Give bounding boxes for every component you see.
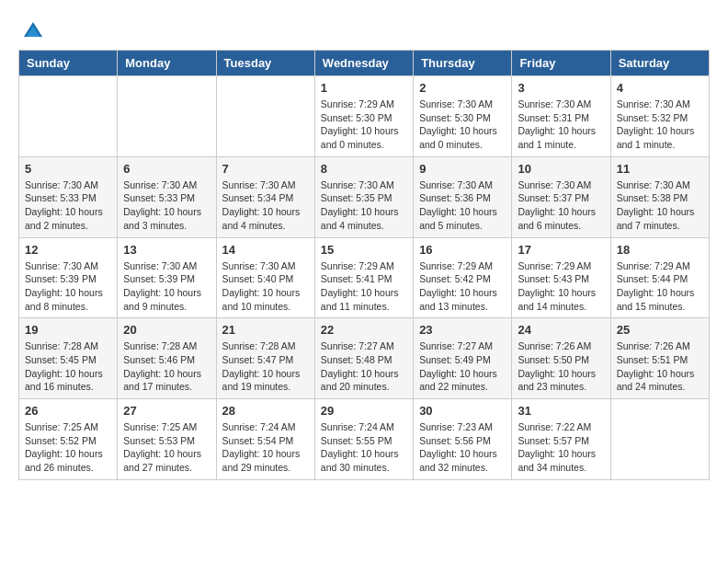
calendar-cell	[118, 76, 216, 157]
calendar-cell: 12Sunrise: 7:30 AM Sunset: 5:39 PM Dayli…	[19, 237, 118, 318]
day-info: Sunrise: 7:28 AM Sunset: 5:47 PM Dayligh…	[222, 339, 309, 394]
day-number: 24	[518, 323, 604, 337]
day-info: Sunrise: 7:30 AM Sunset: 5:38 PM Dayligh…	[617, 178, 703, 233]
day-number: 27	[123, 404, 210, 418]
day-info: Sunrise: 7:24 AM Sunset: 5:54 PM Dayligh…	[222, 420, 309, 475]
calendar-cell	[610, 399, 709, 480]
calendar-cell: 28Sunrise: 7:24 AM Sunset: 5:54 PM Dayli…	[216, 399, 314, 480]
day-number: 17	[518, 243, 604, 257]
day-number: 31	[518, 404, 604, 418]
calendar-cell: 9Sunrise: 7:30 AM Sunset: 5:36 PM Daylig…	[414, 156, 512, 237]
day-number: 1	[321, 81, 407, 95]
day-number: 4	[617, 81, 703, 95]
calendar-cell: 15Sunrise: 7:29 AM Sunset: 5:41 PM Dayli…	[314, 237, 413, 318]
day-number: 28	[222, 404, 309, 418]
calendar-cell: 5Sunrise: 7:30 AM Sunset: 5:33 PM Daylig…	[19, 156, 118, 237]
day-info: Sunrise: 7:26 AM Sunset: 5:51 PM Dayligh…	[617, 339, 703, 394]
day-number: 16	[419, 243, 506, 257]
calendar-cell: 18Sunrise: 7:29 AM Sunset: 5:44 PM Dayli…	[610, 237, 709, 318]
day-info: Sunrise: 7:30 AM Sunset: 5:33 PM Dayligh…	[123, 178, 210, 233]
calendar-cell: 19Sunrise: 7:28 AM Sunset: 5:45 PM Dayli…	[19, 318, 118, 399]
day-number: 21	[222, 323, 309, 337]
calendar-cell: 22Sunrise: 7:27 AM Sunset: 5:48 PM Dayli…	[314, 318, 413, 399]
calendar-row: 12Sunrise: 7:30 AM Sunset: 5:39 PM Dayli…	[19, 237, 710, 318]
day-info: Sunrise: 7:25 AM Sunset: 5:52 PM Dayligh…	[25, 420, 111, 475]
calendar-cell: 1Sunrise: 7:29 AM Sunset: 5:30 PM Daylig…	[314, 76, 413, 157]
day-info: Sunrise: 7:30 AM Sunset: 5:37 PM Dayligh…	[518, 178, 604, 233]
logo	[18, 18, 44, 40]
day-number: 25	[617, 323, 703, 337]
day-number: 10	[518, 162, 604, 176]
day-info: Sunrise: 7:30 AM Sunset: 5:39 PM Dayligh…	[123, 259, 210, 314]
weekday-header: Friday	[512, 51, 610, 76]
day-number: 30	[419, 404, 506, 418]
day-info: Sunrise: 7:22 AM Sunset: 5:57 PM Dayligh…	[518, 420, 604, 475]
day-info: Sunrise: 7:30 AM Sunset: 5:39 PM Dayligh…	[25, 259, 111, 314]
day-info: Sunrise: 7:26 AM Sunset: 5:50 PM Dayligh…	[518, 339, 604, 394]
day-info: Sunrise: 7:27 AM Sunset: 5:48 PM Dayligh…	[321, 339, 407, 394]
day-number: 19	[25, 323, 111, 337]
day-info: Sunrise: 7:30 AM Sunset: 5:36 PM Dayligh…	[419, 178, 506, 233]
day-number: 9	[419, 162, 506, 176]
logo-icon	[22, 18, 44, 40]
day-info: Sunrise: 7:30 AM Sunset: 5:31 PM Dayligh…	[518, 98, 604, 152]
day-number: 20	[123, 323, 210, 337]
calendar-cell: 29Sunrise: 7:24 AM Sunset: 5:55 PM Dayli…	[314, 399, 413, 480]
weekday-header: Monday	[118, 51, 216, 76]
day-info: Sunrise: 7:30 AM Sunset: 5:40 PM Dayligh…	[222, 259, 309, 314]
day-info: Sunrise: 7:29 AM Sunset: 5:43 PM Dayligh…	[518, 259, 604, 314]
day-info: Sunrise: 7:30 AM Sunset: 5:33 PM Dayligh…	[25, 178, 111, 233]
day-info: Sunrise: 7:23 AM Sunset: 5:56 PM Dayligh…	[419, 420, 506, 475]
day-info: Sunrise: 7:29 AM Sunset: 5:44 PM Dayligh…	[617, 259, 703, 314]
day-number: 15	[321, 243, 407, 257]
calendar-row: 5Sunrise: 7:30 AM Sunset: 5:33 PM Daylig…	[19, 156, 710, 237]
day-info: Sunrise: 7:30 AM Sunset: 5:35 PM Dayligh…	[321, 178, 407, 233]
calendar-cell: 31Sunrise: 7:22 AM Sunset: 5:57 PM Dayli…	[512, 399, 610, 480]
day-info: Sunrise: 7:30 AM Sunset: 5:32 PM Dayligh…	[617, 98, 703, 152]
calendar-cell	[216, 76, 314, 157]
calendar-cell: 10Sunrise: 7:30 AM Sunset: 5:37 PM Dayli…	[512, 156, 610, 237]
day-number: 2	[419, 81, 506, 95]
day-number: 8	[321, 162, 407, 176]
calendar-cell: 16Sunrise: 7:29 AM Sunset: 5:42 PM Dayli…	[414, 237, 512, 318]
weekday-header: Sunday	[19, 51, 118, 76]
weekday-header: Thursday	[414, 51, 512, 76]
day-info: Sunrise: 7:28 AM Sunset: 5:45 PM Dayligh…	[25, 339, 111, 394]
calendar-cell: 11Sunrise: 7:30 AM Sunset: 5:38 PM Dayli…	[610, 156, 709, 237]
day-info: Sunrise: 7:27 AM Sunset: 5:49 PM Dayligh…	[419, 339, 506, 394]
day-number: 5	[25, 162, 111, 176]
day-number: 13	[123, 243, 210, 257]
calendar-cell: 20Sunrise: 7:28 AM Sunset: 5:46 PM Dayli…	[118, 318, 216, 399]
calendar-table: SundayMondayTuesdayWednesdayThursdayFrid…	[18, 50, 710, 480]
day-info: Sunrise: 7:29 AM Sunset: 5:42 PM Dayligh…	[419, 259, 506, 314]
calendar-cell: 7Sunrise: 7:30 AM Sunset: 5:34 PM Daylig…	[216, 156, 314, 237]
day-number: 12	[25, 243, 111, 257]
page-header	[18, 18, 710, 40]
calendar-cell: 3Sunrise: 7:30 AM Sunset: 5:31 PM Daylig…	[512, 76, 610, 157]
weekday-header: Tuesday	[216, 51, 314, 76]
day-number: 11	[617, 162, 703, 176]
day-number: 29	[321, 404, 407, 418]
calendar-cell: 26Sunrise: 7:25 AM Sunset: 5:52 PM Dayli…	[19, 399, 118, 480]
day-number: 22	[321, 323, 407, 337]
day-number: 7	[222, 162, 309, 176]
calendar-cell: 4Sunrise: 7:30 AM Sunset: 5:32 PM Daylig…	[610, 76, 709, 157]
day-number: 3	[518, 81, 604, 95]
day-number: 14	[222, 243, 309, 257]
day-info: Sunrise: 7:29 AM Sunset: 5:41 PM Dayligh…	[321, 259, 407, 314]
calendar-cell	[19, 76, 118, 157]
calendar-cell: 30Sunrise: 7:23 AM Sunset: 5:56 PM Dayli…	[414, 399, 512, 480]
day-info: Sunrise: 7:29 AM Sunset: 5:30 PM Dayligh…	[321, 98, 407, 152]
day-info: Sunrise: 7:30 AM Sunset: 5:30 PM Dayligh…	[419, 98, 506, 152]
calendar-cell: 25Sunrise: 7:26 AM Sunset: 5:51 PM Dayli…	[610, 318, 709, 399]
calendar-cell: 24Sunrise: 7:26 AM Sunset: 5:50 PM Dayli…	[512, 318, 610, 399]
calendar-row: 26Sunrise: 7:25 AM Sunset: 5:52 PM Dayli…	[19, 399, 710, 480]
calendar-cell: 8Sunrise: 7:30 AM Sunset: 5:35 PM Daylig…	[314, 156, 413, 237]
weekday-header: Saturday	[610, 51, 709, 76]
calendar-cell: 2Sunrise: 7:30 AM Sunset: 5:30 PM Daylig…	[414, 76, 512, 157]
calendar-row: 19Sunrise: 7:28 AM Sunset: 5:45 PM Dayli…	[19, 318, 710, 399]
calendar-cell: 13Sunrise: 7:30 AM Sunset: 5:39 PM Dayli…	[118, 237, 216, 318]
calendar-cell: 27Sunrise: 7:25 AM Sunset: 5:53 PM Dayli…	[118, 399, 216, 480]
calendar-cell: 21Sunrise: 7:28 AM Sunset: 5:47 PM Dayli…	[216, 318, 314, 399]
day-number: 23	[419, 323, 506, 337]
